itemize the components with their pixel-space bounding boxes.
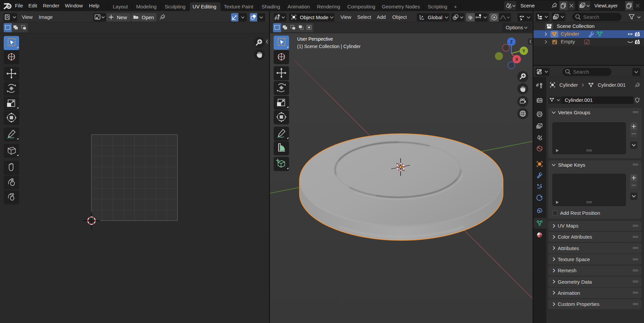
svg-text:Z: Z bbox=[510, 39, 513, 44]
svg-text:Y: Y bbox=[522, 48, 525, 53]
svg-text:X: X bbox=[515, 57, 518, 62]
